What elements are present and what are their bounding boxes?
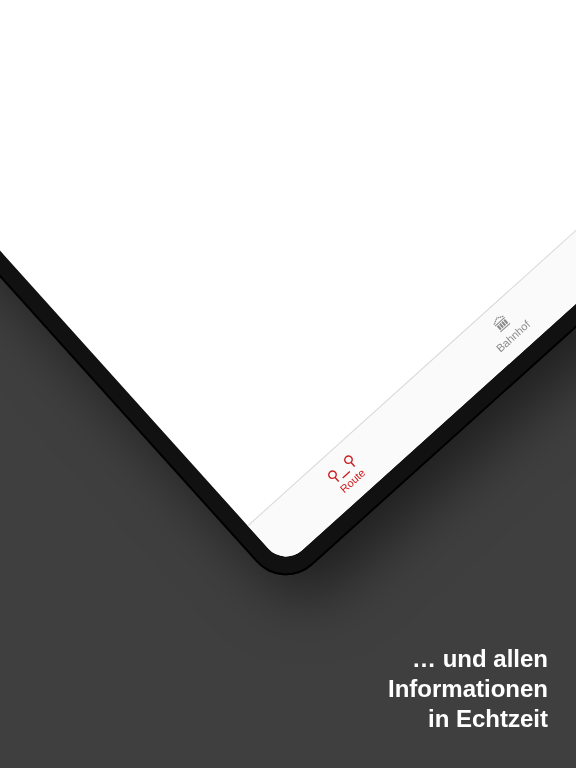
marketing-caption: … und allen Informationen in Echtzeit: [388, 644, 548, 734]
app-screen: Berlin HbfHannoverICE 9421 · IC 2430ICE …: [0, 0, 576, 566]
connection-row[interactable]: ICE 201:42👥👥: [0, 0, 423, 7]
later-button[interactable]: Später: [0, 0, 455, 42]
connection-list[interactable]: Berlin HbfHannoverICE 9421 · IC 2430ICE …: [0, 0, 576, 526]
